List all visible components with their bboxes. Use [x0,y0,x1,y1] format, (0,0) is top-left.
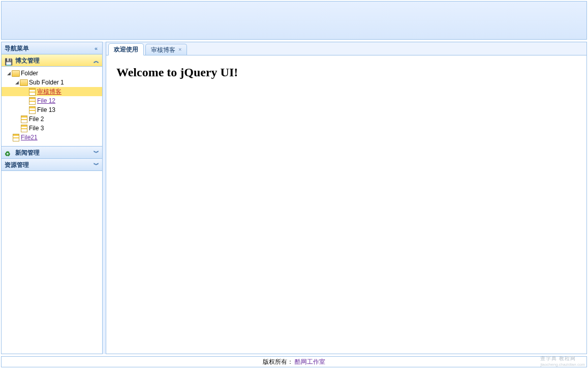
tree-label: Sub Folder 1 [29,78,64,87]
tree-label: 审核博客 [37,87,61,96]
sidebar: 导航菜单 « 博文管理 ︽ ◢ Folder ◢ Sub Folder 1 [1,42,103,354]
file-icon [20,115,28,123]
chevron-down-icon[interactable]: ︾ [92,161,100,169]
tree-label: File 13 [37,105,55,114]
accordion-news-label: 新闻管理 [15,149,40,156]
footer: 版权所有： 酷网工作室 [1,356,587,367]
tab-label: 欢迎使用 [114,44,138,54]
accordion-resource-header[interactable]: 资源管理 ︾ [2,159,102,171]
collapse-west-icon[interactable]: « [92,44,100,52]
tree-label: File 2 [29,114,44,124]
accordion-news-header[interactable]: 新闻管理 ︾ [2,147,102,159]
tree-node-file21[interactable]: File21 [2,133,102,142]
accordion-blog-body: ◢ Folder ◢ Sub Folder 1 审核博客 File [2,67,102,147]
accordion-blog-header[interactable]: 博文管理 ︽ [2,54,102,67]
close-icon[interactable]: × [178,47,181,52]
file-icon [28,106,36,114]
folder-open-icon [20,78,28,86]
tabs-bar: 欢迎使用 审核博客 × [106,42,586,55]
tree-node-folder[interactable]: ◢ Folder [2,69,102,78]
accordion-blog-label: 博文管理 [15,57,40,64]
tab-content-welcome: Welcome to jQuery UI! [106,55,586,90]
tree-label: File 12 [37,96,55,105]
tree-node-file3[interactable]: File 3 [2,124,102,133]
chevron-up-icon[interactable]: ︽ [92,56,100,65]
tree-label: Folder [21,69,38,78]
tree-label: File 3 [29,124,44,133]
file-icon [20,124,28,132]
tree-node-file12[interactable]: File 12 [2,96,102,105]
chevron-down-icon[interactable]: ︾ [92,149,100,157]
tab-audit-blog[interactable]: 审核博客 × [145,44,187,55]
copyright-label: 版权所有： [263,358,293,365]
sidebar-title-bar: 导航菜单 « [2,42,102,54]
file-icon [12,133,20,141]
sidebar-title: 导航菜单 [5,45,29,52]
expand-arrow-icon[interactable]: ◢ [6,69,12,78]
refresh-icon [5,148,13,156]
file-icon [28,97,36,105]
footer-link[interactable]: 酷网工作室 [295,358,325,365]
tab-label: 审核博客 [151,45,175,55]
tree-node-audit-blog[interactable]: 审核博客 [2,87,102,96]
tree-node-file2[interactable]: File 2 [2,114,102,124]
tab-welcome[interactable]: 欢迎使用 [108,43,144,55]
tree-node-file13[interactable]: File 13 [2,105,102,114]
top-banner [1,1,587,40]
expand-arrow-icon[interactable]: ◢ [14,78,20,87]
nav-tree: ◢ Folder ◢ Sub Folder 1 审核博客 File [2,69,102,142]
folder-open-icon [12,69,20,77]
tree-label: File21 [21,133,38,142]
welcome-heading: Welcome to jQuery UI! [116,66,576,79]
accordion-resource-label: 资源管理 [5,161,29,168]
tree-node-subfolder1[interactable]: ◢ Sub Folder 1 [2,78,102,87]
main-region: 欢迎使用 审核博客 × Welcome to jQuery UI! [106,42,587,354]
disk-icon [5,56,13,64]
file-icon [28,88,36,96]
